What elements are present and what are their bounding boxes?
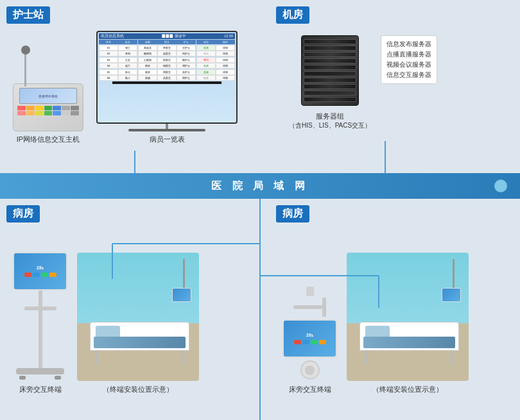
room-right-label: （终端安装位置示意） bbox=[372, 385, 443, 394]
bedside-terminal-left: 28₁ bbox=[13, 252, 67, 394]
server-area: 服务器组 （含HIS、LIS、PACS交互） 信息发布服务器 点播直播服务器 视… bbox=[276, 29, 514, 144]
terminal-right-label: 床旁交互终端 bbox=[289, 385, 331, 394]
main-container: 护士站 患者呼叫系统 bbox=[0, 0, 520, 420]
server-device: 服务器组 （含HIS、LIS、PACS交互） bbox=[289, 35, 371, 130]
server-info-line1: 信息发布服务器 bbox=[386, 39, 431, 49]
top-section: 护士站 患者呼叫系统 bbox=[0, 0, 520, 173]
bed-room-right: （终端安装位置示意） bbox=[347, 253, 469, 394]
server-sublabel: （含HIS、LIS、PACS交互） bbox=[289, 121, 371, 130]
machine-room-panel: 机房 bbox=[270, 0, 520, 173]
nurse-station-panel: 护士站 患者呼叫系统 bbox=[0, 0, 270, 173]
server-info-card: 信息发布服务器 点播直播服务器 视频会议服务器 信息交互服务器 bbox=[381, 35, 437, 84]
server-box bbox=[301, 35, 359, 106]
server-info-line3: 视频会议服务器 bbox=[386, 60, 431, 70]
server-info-line4: 信息交互服务器 bbox=[386, 70, 431, 80]
network-label: 医 院 局 域 网 bbox=[211, 180, 309, 193]
bed-room-left: （终端安装位置示意） bbox=[77, 253, 199, 394]
patient-monitor: 病员信息系统 ▉▉▉ 接诊中 12:30 床号 姓名 诊断 医生 护士 状态 bbox=[96, 31, 238, 144]
ward-right-badge: 病房 bbox=[276, 205, 309, 223]
terminal-stand: 28₁ bbox=[13, 252, 67, 380]
ward-left-panel: 病房 28₁ bbox=[0, 199, 270, 420]
bed-img-left bbox=[77, 253, 199, 381]
terminal-brand-right: 28₁ bbox=[306, 333, 313, 338]
terminal-left-label: 床旁交互终端 bbox=[19, 385, 62, 394]
ward-left-badge: 病房 bbox=[6, 205, 40, 223]
ip-phone-label: IP网络信息交互主机 bbox=[17, 135, 80, 144]
machine-room-badge: 机房 bbox=[276, 6, 309, 24]
room-left-label: （终端安装位置示意） bbox=[103, 385, 173, 394]
server-info-line2: 点播直播服务器 bbox=[386, 49, 431, 60]
ward-right-devices: 28₁ 床旁交互终端 bbox=[276, 228, 514, 394]
bed-img-right bbox=[347, 253, 469, 381]
terminal-brand-left: 28₁ bbox=[37, 265, 44, 271]
ward-left-devices: 28₁ bbox=[6, 228, 263, 394]
nurse-station-badge: 护士站 bbox=[6, 6, 50, 24]
network-dot bbox=[494, 180, 507, 192]
screen-panel-left: 28₁ bbox=[13, 252, 67, 290]
nurse-devices: 患者呼叫系统 bbox=[6, 29, 263, 144]
network-bar: 医 院 局 域 网 bbox=[0, 173, 520, 199]
server-label: 服务器组 bbox=[316, 112, 344, 121]
bedside-terminal-right: 28₁ 床旁交互终端 bbox=[282, 287, 337, 394]
bottom-section: 病房 28₁ bbox=[0, 199, 520, 420]
ip-phone-device: 患者呼叫系统 bbox=[13, 48, 83, 144]
ward-right-panel: 病房 28₁ bbox=[270, 199, 520, 420]
monitor-screen: 病员信息系统 ▉▉▉ 接诊中 12:30 床号 姓名 诊断 医生 护士 状态 bbox=[96, 31, 238, 124]
screen-panel-right: 28₁ bbox=[282, 319, 337, 358]
monitor-label: 病员一览表 bbox=[150, 135, 185, 144]
